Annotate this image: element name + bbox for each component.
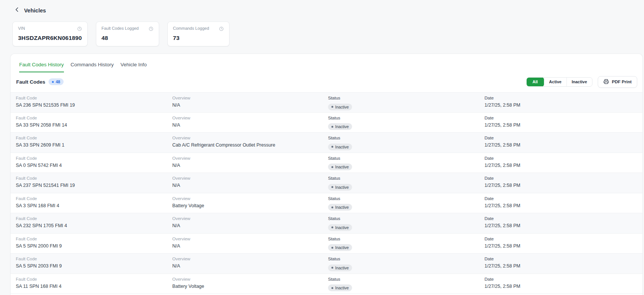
tab-vehicle-info[interactable]: Vehicle Info bbox=[120, 62, 147, 72]
stat-label: VIN bbox=[18, 26, 25, 31]
stat-value: 73 bbox=[173, 35, 224, 41]
overview-value: N/A bbox=[172, 223, 328, 228]
status-dot-icon bbox=[331, 146, 333, 148]
fault-code-value: SA 33 SPN 2058 FMI 14 bbox=[16, 122, 172, 128]
date-cell: Date 1/27/25, 2:58 PM bbox=[485, 96, 642, 112]
date-cell: Date 1/27/25, 2:58 PM bbox=[485, 237, 642, 254]
table-row[interactable]: Fault Code SA 3 SPN 168 FMI 4 Overview B… bbox=[11, 193, 642, 214]
status-cell: Status Inactive bbox=[328, 277, 485, 294]
table-row[interactable]: Fault Code SA 237 SPN 521541 FMI 19 Over… bbox=[11, 173, 642, 193]
date-value: 1/27/25, 2:58 PM bbox=[485, 203, 642, 208]
table-row[interactable]: Fault Code SA 0 SPN 5742 FMI 4 Overview … bbox=[11, 153, 642, 173]
date-value: 1/27/25, 2:58 PM bbox=[485, 243, 642, 249]
status-badge: Inactive bbox=[328, 123, 352, 130]
stat-value: 3HSDZAPR6KN061890 bbox=[18, 35, 82, 41]
fault-code-value: SA 5 SPN 2003 FMI 9 bbox=[16, 263, 172, 269]
fault-code-cell: Fault Code SA 0 SPN 5742 FMI 4 bbox=[16, 156, 172, 173]
overview-cell: Overview Battery Voltage bbox=[172, 196, 328, 213]
date-value: 1/27/25, 2:58 PM bbox=[485, 163, 642, 168]
table-row[interactable]: Fault Code SA 5 SPN 2003 FMI 9 Overview … bbox=[11, 254, 642, 274]
fault-code-cell: Fault Code SA 5 SPN 2000 FMI 9 bbox=[16, 237, 172, 254]
status-cell: Status Inactive bbox=[328, 257, 485, 274]
date-value: 1/27/25, 2:58 PM bbox=[485, 263, 642, 269]
fault-code-cell: Fault Code SA 237 SPN 521541 FMI 19 bbox=[16, 176, 172, 193]
blue-dot-icon bbox=[52, 81, 54, 83]
overview-cell: Overview N/A bbox=[172, 96, 328, 112]
status-badge: Inactive bbox=[328, 244, 352, 251]
fault-code-cell: Fault Code SA 33 SPN 2058 FMI 14 bbox=[16, 116, 172, 133]
status-cell: Status Inactive bbox=[328, 237, 485, 254]
status-cell: Status Inactive bbox=[328, 96, 485, 112]
table-row[interactable]: Fault Code SA 232 SPN 1705 FMI 4 Overvie… bbox=[11, 213, 642, 234]
count-badge: 48 bbox=[49, 78, 64, 85]
fault-code-value: SA 237 SPN 521541 FMI 19 bbox=[16, 183, 172, 188]
clock-icon bbox=[149, 26, 153, 33]
overview-value: N/A bbox=[172, 102, 328, 108]
printer-icon bbox=[603, 79, 609, 85]
chevron-left-icon bbox=[14, 7, 20, 14]
date-cell: Date 1/27/25, 2:58 PM bbox=[485, 116, 642, 133]
page-header: Vehicles bbox=[0, 0, 644, 15]
table-row[interactable]: Fault Code SA 11 SPN 168 FMI 4 Overview … bbox=[11, 274, 642, 294]
section-title: Fault Codes bbox=[16, 79, 45, 85]
fault-code-cell: Fault Code SA 232 SPN 1705 FMI 4 bbox=[16, 216, 172, 233]
status-dot-icon bbox=[331, 166, 333, 168]
fault-code-value: SA 11 SPN 168 FMI 4 bbox=[16, 284, 172, 289]
fault-code-value: SA 0 SPN 5742 FMI 4 bbox=[16, 163, 172, 168]
date-cell: Date 1/27/25, 2:58 PM bbox=[485, 196, 642, 213]
date-value: 1/27/25, 2:58 PM bbox=[485, 223, 642, 228]
filter-inactive-button[interactable]: Inactive bbox=[567, 78, 592, 86]
status-dot-icon bbox=[331, 247, 333, 249]
date-cell: Date 1/27/25, 2:58 PM bbox=[485, 216, 642, 233]
status-dot-icon bbox=[331, 126, 333, 128]
fault-code-cell: Fault Code SA 11 SPN 168 FMI 4 bbox=[16, 277, 172, 294]
status-badge: Inactive bbox=[328, 284, 352, 291]
table-row[interactable]: Fault Code SA 33 SPN 2058 FMI 14 Overvie… bbox=[11, 113, 642, 133]
date-value: 1/27/25, 2:58 PM bbox=[485, 284, 642, 289]
date-value: 1/27/25, 2:58 PM bbox=[485, 142, 642, 148]
status-dot-icon bbox=[331, 106, 333, 108]
stat-label: Commands Logged bbox=[173, 26, 209, 31]
fault-code-cell: Fault Code SA 33 SPN 2609 FMI 1 bbox=[16, 136, 172, 153]
overview-value: N/A bbox=[172, 263, 328, 269]
stat-card-vin: VIN 3HSDZAPR6KN061890 bbox=[12, 21, 88, 46]
date-value: 1/27/25, 2:58 PM bbox=[485, 122, 642, 128]
status-cell: Status Inactive bbox=[328, 116, 485, 133]
overview-value: N/A bbox=[172, 183, 328, 188]
status-cell: Status Inactive bbox=[328, 136, 485, 153]
status-dot-icon bbox=[331, 206, 333, 208]
table-row[interactable]: Fault Code SA 33 SPN 2609 FMI 1 Overview… bbox=[11, 133, 642, 153]
table-row[interactable]: Fault Code SA 5 SPN 2000 FMI 9 Overview … bbox=[11, 234, 642, 254]
section-header: Fault Codes 48 All Active Inactive PDF P… bbox=[11, 76, 642, 87]
back-button[interactable] bbox=[14, 7, 20, 14]
overview-cell: Overview N/A bbox=[172, 156, 328, 173]
filter-active-button[interactable]: Active bbox=[544, 78, 567, 86]
overview-value: N/A bbox=[172, 163, 328, 168]
tab-fault-codes-history[interactable]: Fault Codes History bbox=[19, 62, 64, 72]
main-panel: Fault Codes History Commands History Veh… bbox=[10, 53, 643, 295]
pdf-print-button[interactable]: PDF Print bbox=[598, 76, 637, 88]
overview-value: Battery Voltage bbox=[172, 203, 328, 208]
status-cell: Status Inactive bbox=[328, 176, 485, 193]
status-cell: Status Inactive bbox=[328, 196, 485, 213]
fault-code-cell: Fault Code SA 236 SPN 521535 FMI 19 bbox=[16, 96, 172, 112]
date-value: 1/27/25, 2:58 PM bbox=[485, 183, 642, 188]
stats-row: VIN 3HSDZAPR6KN061890 Fault Codes Logged… bbox=[12, 21, 644, 46]
fault-code-value: SA 232 SPN 1705 FMI 4 bbox=[16, 223, 172, 228]
overview-value: N/A bbox=[172, 243, 328, 249]
clock-icon bbox=[219, 26, 224, 33]
status-badge: Inactive bbox=[328, 204, 352, 211]
date-cell: Date 1/27/25, 2:58 PM bbox=[485, 176, 642, 193]
clock-icon bbox=[77, 26, 82, 33]
overview-cell: Overview N/A bbox=[172, 176, 328, 193]
overview-cell: Overview N/A bbox=[172, 116, 328, 133]
status-badge: Inactive bbox=[328, 104, 352, 110]
overview-value: N/A bbox=[172, 122, 328, 128]
status-badge: Inactive bbox=[328, 224, 352, 231]
status-cell: Status Inactive bbox=[328, 156, 485, 173]
filter-all-button[interactable]: All bbox=[527, 77, 544, 87]
tab-commands-history[interactable]: Commands History bbox=[71, 62, 114, 72]
status-badge: Inactive bbox=[328, 164, 352, 170]
table-row[interactable]: Fault Code SA 236 SPN 521535 FMI 19 Over… bbox=[11, 92, 642, 113]
overview-value: Battery Voltage bbox=[172, 284, 328, 289]
